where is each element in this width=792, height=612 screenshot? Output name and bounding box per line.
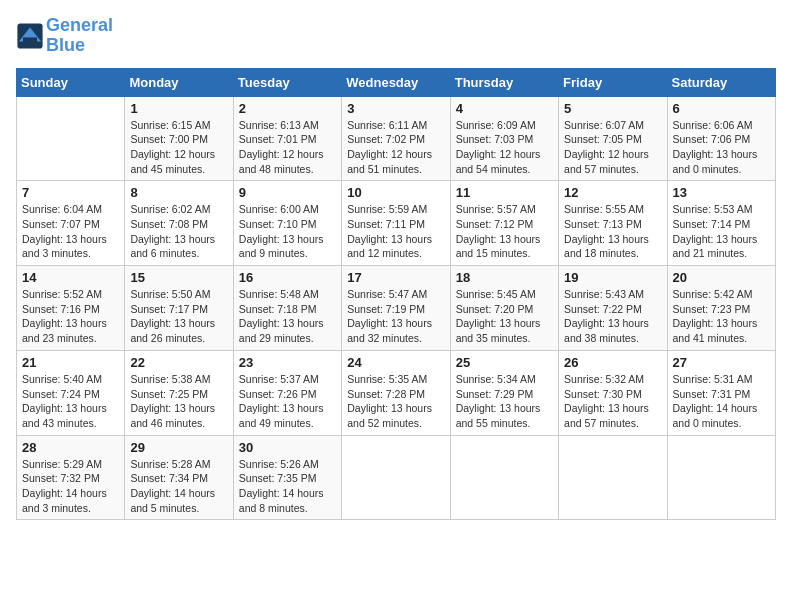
day-number: 21 bbox=[22, 355, 119, 370]
calendar-cell: 9Sunrise: 6:00 AM Sunset: 7:10 PM Daylig… bbox=[233, 181, 341, 266]
day-number: 8 bbox=[130, 185, 227, 200]
calendar-header: SundayMondayTuesdayWednesdayThursdayFrid… bbox=[17, 68, 776, 96]
calendar-cell: 22Sunrise: 5:38 AM Sunset: 7:25 PM Dayli… bbox=[125, 350, 233, 435]
day-info: Sunrise: 6:09 AM Sunset: 7:03 PM Dayligh… bbox=[456, 118, 553, 177]
day-info: Sunrise: 5:52 AM Sunset: 7:16 PM Dayligh… bbox=[22, 287, 119, 346]
calendar-body: 1Sunrise: 6:15 AM Sunset: 7:00 PM Daylig… bbox=[17, 96, 776, 520]
calendar-cell bbox=[559, 435, 667, 520]
day-number: 14 bbox=[22, 270, 119, 285]
calendar-cell: 17Sunrise: 5:47 AM Sunset: 7:19 PM Dayli… bbox=[342, 266, 450, 351]
day-number: 7 bbox=[22, 185, 119, 200]
day-info: Sunrise: 5:57 AM Sunset: 7:12 PM Dayligh… bbox=[456, 202, 553, 261]
day-info: Sunrise: 5:38 AM Sunset: 7:25 PM Dayligh… bbox=[130, 372, 227, 431]
day-info: Sunrise: 5:55 AM Sunset: 7:13 PM Dayligh… bbox=[564, 202, 661, 261]
day-number: 6 bbox=[673, 101, 770, 116]
calendar-cell: 24Sunrise: 5:35 AM Sunset: 7:28 PM Dayli… bbox=[342, 350, 450, 435]
calendar-cell bbox=[667, 435, 775, 520]
logo: GeneralBlue bbox=[16, 16, 113, 56]
weekday-header: Wednesday bbox=[342, 68, 450, 96]
day-number: 19 bbox=[564, 270, 661, 285]
day-info: Sunrise: 5:48 AM Sunset: 7:18 PM Dayligh… bbox=[239, 287, 336, 346]
day-info: Sunrise: 6:15 AM Sunset: 7:00 PM Dayligh… bbox=[130, 118, 227, 177]
calendar-cell: 14Sunrise: 5:52 AM Sunset: 7:16 PM Dayli… bbox=[17, 266, 125, 351]
weekday-header: Monday bbox=[125, 68, 233, 96]
day-info: Sunrise: 5:42 AM Sunset: 7:23 PM Dayligh… bbox=[673, 287, 770, 346]
day-number: 23 bbox=[239, 355, 336, 370]
day-number: 5 bbox=[564, 101, 661, 116]
day-info: Sunrise: 5:50 AM Sunset: 7:17 PM Dayligh… bbox=[130, 287, 227, 346]
day-number: 16 bbox=[239, 270, 336, 285]
logo-text: GeneralBlue bbox=[46, 16, 113, 56]
day-number: 22 bbox=[130, 355, 227, 370]
calendar-cell: 27Sunrise: 5:31 AM Sunset: 7:31 PM Dayli… bbox=[667, 350, 775, 435]
day-info: Sunrise: 5:34 AM Sunset: 7:29 PM Dayligh… bbox=[456, 372, 553, 431]
calendar-cell: 25Sunrise: 5:34 AM Sunset: 7:29 PM Dayli… bbox=[450, 350, 558, 435]
calendar-cell: 7Sunrise: 6:04 AM Sunset: 7:07 PM Daylig… bbox=[17, 181, 125, 266]
day-number: 27 bbox=[673, 355, 770, 370]
day-number: 2 bbox=[239, 101, 336, 116]
calendar-cell: 2Sunrise: 6:13 AM Sunset: 7:01 PM Daylig… bbox=[233, 96, 341, 181]
day-info: Sunrise: 6:02 AM Sunset: 7:08 PM Dayligh… bbox=[130, 202, 227, 261]
weekday-header: Thursday bbox=[450, 68, 558, 96]
calendar-cell: 15Sunrise: 5:50 AM Sunset: 7:17 PM Dayli… bbox=[125, 266, 233, 351]
day-number: 3 bbox=[347, 101, 444, 116]
day-info: Sunrise: 5:32 AM Sunset: 7:30 PM Dayligh… bbox=[564, 372, 661, 431]
day-number: 9 bbox=[239, 185, 336, 200]
day-info: Sunrise: 6:00 AM Sunset: 7:10 PM Dayligh… bbox=[239, 202, 336, 261]
day-info: Sunrise: 5:29 AM Sunset: 7:32 PM Dayligh… bbox=[22, 457, 119, 516]
calendar-cell: 29Sunrise: 5:28 AM Sunset: 7:34 PM Dayli… bbox=[125, 435, 233, 520]
weekday-header: Sunday bbox=[17, 68, 125, 96]
day-number: 11 bbox=[456, 185, 553, 200]
day-info: Sunrise: 5:37 AM Sunset: 7:26 PM Dayligh… bbox=[239, 372, 336, 431]
day-info: Sunrise: 5:26 AM Sunset: 7:35 PM Dayligh… bbox=[239, 457, 336, 516]
day-number: 18 bbox=[456, 270, 553, 285]
logo-icon bbox=[16, 22, 44, 50]
page-header: GeneralBlue bbox=[16, 16, 776, 56]
day-number: 17 bbox=[347, 270, 444, 285]
day-number: 25 bbox=[456, 355, 553, 370]
calendar-cell: 20Sunrise: 5:42 AM Sunset: 7:23 PM Dayli… bbox=[667, 266, 775, 351]
day-number: 1 bbox=[130, 101, 227, 116]
day-info: Sunrise: 6:11 AM Sunset: 7:02 PM Dayligh… bbox=[347, 118, 444, 177]
calendar-cell: 10Sunrise: 5:59 AM Sunset: 7:11 PM Dayli… bbox=[342, 181, 450, 266]
day-info: Sunrise: 5:53 AM Sunset: 7:14 PM Dayligh… bbox=[673, 202, 770, 261]
day-info: Sunrise: 5:28 AM Sunset: 7:34 PM Dayligh… bbox=[130, 457, 227, 516]
day-info: Sunrise: 5:40 AM Sunset: 7:24 PM Dayligh… bbox=[22, 372, 119, 431]
calendar-cell bbox=[17, 96, 125, 181]
day-number: 28 bbox=[22, 440, 119, 455]
day-info: Sunrise: 6:07 AM Sunset: 7:05 PM Dayligh… bbox=[564, 118, 661, 177]
day-info: Sunrise: 5:47 AM Sunset: 7:19 PM Dayligh… bbox=[347, 287, 444, 346]
calendar-cell: 18Sunrise: 5:45 AM Sunset: 7:20 PM Dayli… bbox=[450, 266, 558, 351]
day-info: Sunrise: 5:45 AM Sunset: 7:20 PM Dayligh… bbox=[456, 287, 553, 346]
calendar-cell: 30Sunrise: 5:26 AM Sunset: 7:35 PM Dayli… bbox=[233, 435, 341, 520]
calendar-cell: 28Sunrise: 5:29 AM Sunset: 7:32 PM Dayli… bbox=[17, 435, 125, 520]
day-info: Sunrise: 5:59 AM Sunset: 7:11 PM Dayligh… bbox=[347, 202, 444, 261]
calendar-cell: 21Sunrise: 5:40 AM Sunset: 7:24 PM Dayli… bbox=[17, 350, 125, 435]
day-info: Sunrise: 5:43 AM Sunset: 7:22 PM Dayligh… bbox=[564, 287, 661, 346]
day-info: Sunrise: 6:13 AM Sunset: 7:01 PM Dayligh… bbox=[239, 118, 336, 177]
day-number: 13 bbox=[673, 185, 770, 200]
day-number: 29 bbox=[130, 440, 227, 455]
calendar-cell: 13Sunrise: 5:53 AM Sunset: 7:14 PM Dayli… bbox=[667, 181, 775, 266]
calendar-cell: 8Sunrise: 6:02 AM Sunset: 7:08 PM Daylig… bbox=[125, 181, 233, 266]
day-number: 12 bbox=[564, 185, 661, 200]
calendar-cell: 5Sunrise: 6:07 AM Sunset: 7:05 PM Daylig… bbox=[559, 96, 667, 181]
day-number: 15 bbox=[130, 270, 227, 285]
calendar-cell: 11Sunrise: 5:57 AM Sunset: 7:12 PM Dayli… bbox=[450, 181, 558, 266]
weekday-header: Tuesday bbox=[233, 68, 341, 96]
calendar-cell bbox=[450, 435, 558, 520]
calendar-cell: 6Sunrise: 6:06 AM Sunset: 7:06 PM Daylig… bbox=[667, 96, 775, 181]
calendar-cell: 19Sunrise: 5:43 AM Sunset: 7:22 PM Dayli… bbox=[559, 266, 667, 351]
calendar-table: SundayMondayTuesdayWednesdayThursdayFrid… bbox=[16, 68, 776, 521]
day-info: Sunrise: 6:06 AM Sunset: 7:06 PM Dayligh… bbox=[673, 118, 770, 177]
day-info: Sunrise: 5:35 AM Sunset: 7:28 PM Dayligh… bbox=[347, 372, 444, 431]
day-info: Sunrise: 6:04 AM Sunset: 7:07 PM Dayligh… bbox=[22, 202, 119, 261]
svg-rect-2 bbox=[23, 37, 37, 43]
calendar-cell: 26Sunrise: 5:32 AM Sunset: 7:30 PM Dayli… bbox=[559, 350, 667, 435]
day-number: 24 bbox=[347, 355, 444, 370]
day-number: 20 bbox=[673, 270, 770, 285]
day-number: 10 bbox=[347, 185, 444, 200]
calendar-cell: 4Sunrise: 6:09 AM Sunset: 7:03 PM Daylig… bbox=[450, 96, 558, 181]
day-number: 4 bbox=[456, 101, 553, 116]
calendar-cell bbox=[342, 435, 450, 520]
